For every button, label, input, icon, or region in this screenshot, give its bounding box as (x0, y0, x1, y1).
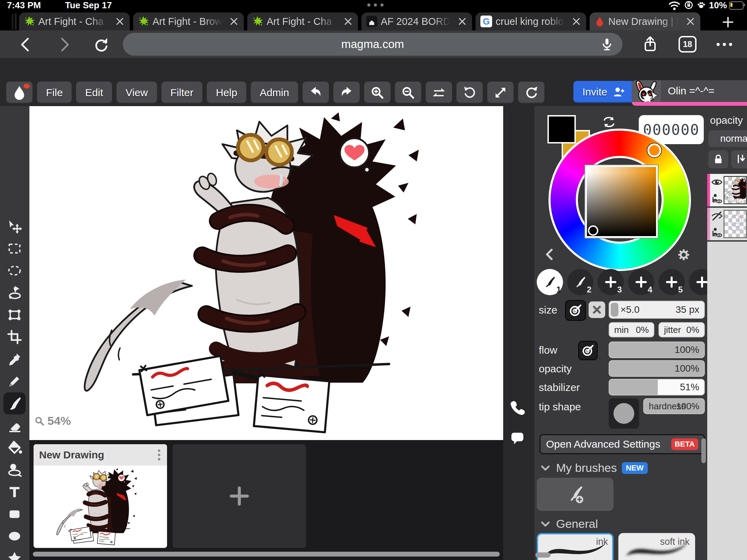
frame-card[interactable]: New Drawing (34, 444, 167, 548)
my-brushes-header[interactable]: My brushes NEW (540, 461, 648, 475)
hue-selector[interactable] (647, 143, 661, 157)
hardness-slider[interactable]: hardness 100% (643, 398, 705, 414)
tool-ellipse-shape[interactable] (3, 525, 26, 547)
swap-colors-icon[interactable] (601, 114, 617, 130)
tool-rect-shape[interactable] (3, 503, 26, 525)
frames-scrollbar[interactable] (33, 552, 500, 557)
tab-count-button[interactable]: 18 (679, 36, 697, 53)
collapse-panel-chevron-icon[interactable] (543, 248, 557, 261)
flip-button[interactable] (426, 82, 452, 104)
tab-close-icon[interactable] (114, 16, 125, 27)
layer-lock-button[interactable] (708, 150, 728, 168)
size-clear-button[interactable] (589, 301, 605, 318)
brush-slot-4[interactable]: 4 (628, 269, 654, 295)
undo-button[interactable] (303, 82, 329, 104)
redo-button[interactable] (333, 82, 360, 104)
reset-view-button[interactable] (518, 82, 544, 104)
add-frame-tile[interactable] (173, 444, 306, 548)
layer-row-2[interactable] (707, 208, 747, 240)
menu-help[interactable]: Help (207, 82, 246, 104)
tool-lasso[interactable] (3, 282, 26, 304)
opacity-slider[interactable]: 100% (609, 360, 705, 377)
magma-logo-button[interactable] (6, 82, 33, 104)
menu-admin[interactable]: Admin (251, 82, 298, 104)
preset-soft-ink[interactable]: soft ink (618, 533, 695, 560)
browser-menu-icon[interactable] (717, 43, 732, 46)
frame-menu-icon[interactable] (157, 447, 162, 463)
size-min-slider[interactable]: min 0% (609, 322, 654, 337)
zoom-in-button[interactable] (364, 82, 390, 104)
tab-close-icon[interactable] (457, 16, 467, 27)
size-slider-handle[interactable] (611, 303, 618, 317)
url-field[interactable]: magma.com (123, 33, 622, 56)
menu-file[interactable]: File (37, 82, 72, 104)
layer-thumbnail[interactable] (723, 210, 747, 238)
merge-down-button[interactable] (731, 150, 747, 168)
primary-color-swatch[interactable] (547, 115, 576, 143)
user-chip[interactable]: Olin =^-^= (632, 80, 747, 106)
tool-transform[interactable] (3, 304, 26, 326)
tool-ellipse-select[interactable] (3, 260, 26, 282)
brush-slot-1-active[interactable]: 1 (537, 269, 563, 295)
tab-artfight-1[interactable]: Art Fight - Cha (19, 12, 130, 30)
brush-slot-2[interactable]: 2 (567, 269, 593, 295)
layer-hidden-icon[interactable] (711, 210, 723, 222)
tip-shape-preview[interactable] (609, 398, 639, 429)
tool-eraser[interactable] (3, 414, 26, 437)
panel-h-scrollbar[interactable] (535, 552, 551, 558)
color-settings-gear-icon[interactable] (676, 248, 691, 262)
tab-google-search[interactable]: G cruel king roblo (476, 12, 586, 30)
new-tab-button[interactable] (721, 15, 738, 29)
tab-magma-active[interactable]: New Drawing | M (590, 12, 700, 30)
fullscreen-button[interactable] (487, 82, 514, 104)
tool-fill-bucket[interactable] (3, 437, 26, 459)
tool-move[interactable] (3, 215, 26, 237)
menu-filter[interactable]: Filter (162, 82, 203, 104)
tool-crop[interactable] (3, 326, 26, 348)
mic-icon[interactable] (600, 37, 614, 52)
menu-edit[interactable]: Edit (76, 82, 112, 104)
tool-rect-select[interactable] (3, 237, 26, 260)
frame-thumbnail[interactable] (34, 466, 167, 548)
tool-text[interactable] (3, 481, 26, 503)
flow-pressure-button[interactable] (578, 341, 598, 360)
size-jitter-slider[interactable]: jitter 0% (658, 322, 705, 337)
tab-close-icon[interactable] (571, 16, 581, 27)
rotate-button[interactable] (456, 82, 483, 104)
size-pressure-button[interactable] (565, 300, 586, 321)
panel-scrollbar[interactable] (701, 438, 706, 463)
tool-brush-active[interactable] (3, 392, 26, 414)
drawing-canvas[interactable]: 54% (29, 106, 503, 440)
open-advanced-settings-button[interactable]: Open Advanced Settings BETA (540, 434, 705, 454)
blend-mode-dropdown[interactable]: normal (708, 130, 747, 147)
tab-artfight-3[interactable]: Art Fight - Cha (247, 12, 358, 30)
forward-icon[interactable] (56, 37, 72, 53)
share-icon[interactable] (642, 36, 658, 53)
layer-row-1[interactable] (707, 174, 747, 206)
size-slider[interactable]: ×5.0 35 px (609, 301, 705, 319)
tab-close-icon[interactable] (343, 16, 353, 27)
tool-pencil[interactable] (3, 370, 26, 392)
layer-reference-icon[interactable] (711, 226, 723, 238)
chat-icon[interactable] (509, 430, 525, 446)
brush-slot-5[interactable]: 5 (658, 269, 685, 295)
tool-eyedropper[interactable] (3, 348, 26, 370)
invite-button[interactable]: Invite (573, 81, 634, 103)
voice-call-icon[interactable] (509, 399, 525, 415)
reload-icon[interactable] (93, 36, 109, 53)
tab-af-bord[interactable]: AF 2024 BORD (361, 12, 472, 30)
tool-star-shape[interactable] (3, 547, 26, 560)
back-icon[interactable] (18, 37, 34, 53)
add-brush-tile[interactable] (537, 478, 614, 511)
tab-close-icon[interactable] (229, 16, 239, 27)
zoom-out-button[interactable] (395, 82, 421, 104)
brush-slot-3[interactable]: 3 (598, 269, 624, 295)
stabilizer-slider[interactable]: 51% (609, 379, 705, 395)
layer-visible-icon[interactable] (711, 176, 723, 188)
layer-reference-icon[interactable] (711, 193, 723, 204)
tool-lasso-fill[interactable] (3, 459, 26, 481)
tab-artfight-2[interactable]: Art Fight - Brow (133, 12, 244, 30)
tab-close-icon[interactable] (685, 16, 695, 27)
layer-thumbnail[interactable] (723, 176, 747, 204)
general-header[interactable]: General (540, 517, 598, 531)
